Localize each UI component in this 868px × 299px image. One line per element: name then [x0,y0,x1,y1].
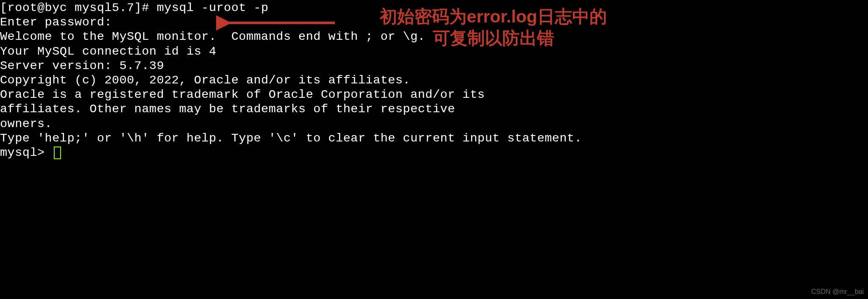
watermark-text: CSDN @mr__bai [811,288,864,296]
terminal-line-prompt: [root@byc mysql5.7]# mysql -uroot -p [0,1,868,15]
terminal-line: affiliates. Other names may be trademark… [0,102,868,116]
terminal-line: Enter password: [0,15,868,30]
terminal-line: Your MySQL connection id is 4 [0,44,868,59]
shell-prompt: [root@byc mysql5.7]# [0,1,157,15]
terminal-line: Oracle is a registered trademark of Orac… [0,88,868,102]
terminal-output: [root@byc mysql5.7]# mysql -uroot -p Ent… [0,0,868,160]
terminal-line: Copyright (c) 2000, 2022, Oracle and/or … [0,73,868,88]
terminal-line: Server version: 5.7.39 [0,59,868,73]
mysql-prompt-line[interactable]: mysql> [0,146,868,160]
terminal-line: owners. [0,117,868,131]
cursor-icon [54,147,61,159]
mysql-prompt: mysql> [0,146,52,160]
terminal-line: Welcome to the MySQL monitor. Commands e… [0,30,868,44]
terminal-line: Type 'help;' or '\h' for help. Type '\c'… [0,131,868,146]
shell-command: mysql -uroot -p [157,1,269,15]
